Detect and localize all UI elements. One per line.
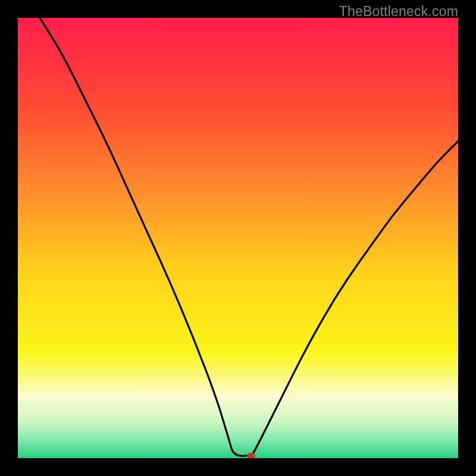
chart-stage: TheBottleneck.com [0, 0, 476, 476]
plot-area [18, 18, 458, 458]
optimal-point-marker [247, 453, 255, 458]
bottleneck-curve [18, 18, 458, 458]
watermark-label: TheBottleneck.com [339, 4, 458, 20]
